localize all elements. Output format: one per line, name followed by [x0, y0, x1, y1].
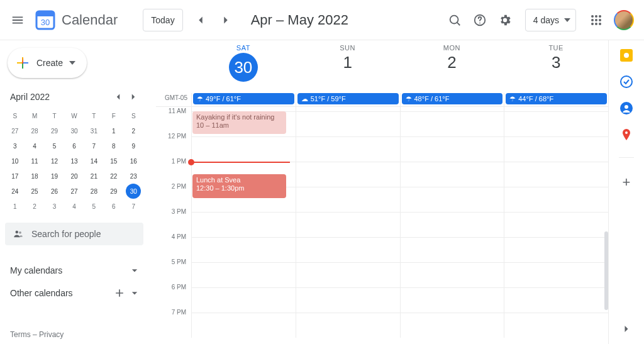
contacts-icon[interactable] — [620, 102, 633, 114]
mini-cal-day[interactable]: 11 — [25, 153, 44, 169]
scrollbar[interactable] — [604, 231, 608, 310]
help-icon[interactable] — [467, 8, 492, 33]
other-calendars-toggle[interactable]: Other calendars — [5, 282, 143, 304]
day-number[interactable]: 1 — [296, 53, 400, 72]
my-calendars-toggle[interactable]: My calendars — [5, 259, 143, 282]
time-slot[interactable] — [400, 288, 504, 313]
mini-cal-day[interactable]: 22 — [104, 169, 123, 184]
main-menu-icon[interactable] — [5, 8, 30, 33]
mini-next-button[interactable] — [126, 89, 141, 104]
mini-cal-day[interactable]: 4 — [25, 138, 44, 153]
mini-cal-day[interactable]: 5 — [45, 138, 64, 153]
mini-cal-day[interactable]: 7 — [124, 199, 143, 214]
time-slot[interactable] — [504, 137, 608, 162]
time-slot[interactable] — [400, 137, 504, 162]
weather-chip[interactable]: ☂44°F / 68°F — [506, 93, 607, 104]
weather-chip[interactable]: ☂48°F / 61°F — [402, 93, 503, 104]
add-on-button[interactable]: + — [623, 174, 631, 191]
mini-cal-day[interactable]: 30 — [64, 123, 84, 138]
mini-cal-day[interactable]: 15 — [104, 153, 123, 169]
mini-cal-day[interactable]: 26 — [45, 184, 64, 199]
time-slot[interactable] — [296, 137, 400, 162]
search-people-input[interactable]: Search for people — [5, 223, 143, 245]
account-avatar[interactable] — [614, 10, 634, 30]
mini-cal-day[interactable]: 20 — [64, 169, 84, 184]
time-slot[interactable] — [400, 162, 504, 187]
time-slot[interactable] — [296, 112, 400, 136]
mini-prev-button[interactable] — [111, 89, 126, 104]
mini-cal-day[interactable]: 9 — [124, 138, 143, 153]
mini-cal-day[interactable]: 8 — [104, 138, 123, 153]
mini-cal-day[interactable]: 27 — [64, 184, 84, 199]
next-period-button[interactable] — [213, 8, 238, 33]
view-selector[interactable]: 4 days — [525, 9, 576, 31]
mini-cal-day[interactable]: 10 — [5, 153, 25, 169]
time-slot[interactable] — [504, 213, 608, 237]
mini-cal-day[interactable]: 3 — [45, 199, 64, 214]
mini-cal-day[interactable]: 16 — [124, 153, 143, 169]
time-slot[interactable] — [400, 313, 504, 338]
mini-cal-day[interactable]: 12 — [45, 153, 64, 169]
mini-cal-day[interactable]: 28 — [84, 184, 104, 199]
time-slot[interactable] — [296, 107, 400, 111]
mini-cal-day[interactable]: 14 — [84, 153, 104, 169]
mini-cal-day[interactable]: 2 — [124, 123, 143, 138]
maps-icon[interactable] — [620, 128, 633, 141]
mini-cal-day[interactable]: 7 — [84, 138, 104, 153]
time-slot[interactable] — [191, 213, 296, 237]
mini-cal-day[interactable]: 23 — [124, 169, 143, 184]
mini-cal-day[interactable]: 2 — [25, 199, 44, 214]
collapse-panel-icon[interactable] — [620, 323, 633, 335]
add-calendar-icon[interactable] — [113, 287, 126, 299]
time-slot[interactable] — [296, 238, 400, 262]
time-slot[interactable] — [400, 263, 504, 287]
day-number[interactable]: 2 — [400, 53, 504, 72]
time-slot[interactable] — [504, 107, 608, 111]
time-slot[interactable] — [191, 313, 296, 338]
time-slot[interactable] — [504, 288, 608, 313]
time-slot[interactable] — [191, 107, 296, 111]
time-slot[interactable] — [191, 238, 296, 262]
mini-cal-day[interactable]: 17 — [5, 169, 25, 184]
mini-cal-day[interactable]: 6 — [104, 199, 123, 214]
mini-cal-day[interactable]: 4 — [64, 199, 84, 214]
settings-icon[interactable] — [492, 8, 518, 33]
mini-cal-day[interactable]: 25 — [25, 184, 44, 199]
google-apps-icon[interactable] — [584, 8, 609, 33]
day-number[interactable]: 3 — [504, 53, 608, 72]
mini-cal-day[interactable]: 21 — [84, 169, 104, 184]
weather-chip[interactable]: ☁51°F / 59°F — [297, 93, 399, 104]
mini-cal-day[interactable]: 1 — [104, 123, 123, 138]
time-slot[interactable] — [504, 162, 608, 187]
time-slot[interactable] — [504, 313, 608, 338]
time-slot[interactable] — [504, 238, 608, 262]
time-slot[interactable] — [400, 238, 504, 262]
mini-cal-day[interactable]: 5 — [84, 199, 104, 214]
mini-cal-day[interactable]: 24 — [5, 184, 25, 199]
mini-cal-day[interactable]: 13 — [64, 153, 84, 169]
mini-cal-day[interactable]: 18 — [25, 169, 44, 184]
time-slot[interactable] — [296, 162, 400, 187]
weather-chip[interactable]: ☂49°F / 61°F — [193, 93, 294, 104]
calendar-event[interactable]: Kayaking if it's not raining10 – 11am — [192, 111, 286, 134]
prev-period-button[interactable] — [188, 8, 213, 33]
mini-cal-day[interactable]: 27 — [5, 123, 25, 138]
time-slot[interactable] — [191, 137, 296, 162]
time-slot[interactable] — [504, 263, 608, 287]
time-slot[interactable] — [296, 263, 400, 287]
tasks-icon[interactable] — [620, 75, 633, 88]
mini-cal-day[interactable]: 31 — [84, 123, 104, 138]
today-button[interactable]: Today — [143, 9, 182, 31]
time-slot[interactable] — [504, 187, 608, 212]
terms-privacy-link[interactable]: Terms – Privacy — [5, 325, 143, 344]
create-button[interactable]: Create — [8, 48, 87, 78]
mini-cal-day[interactable]: 28 — [25, 123, 44, 138]
keep-icon[interactable] — [620, 49, 633, 62]
calendar-event[interactable]: Lunch at Svea12:30 – 1:30pm — [192, 174, 286, 198]
mini-cal-day[interactable]: 29 — [104, 184, 123, 199]
time-slot[interactable] — [191, 288, 296, 313]
time-slot[interactable] — [504, 112, 608, 136]
time-slot[interactable] — [400, 107, 504, 111]
mini-cal-day[interactable]: 30 — [126, 184, 141, 199]
time-slot[interactable] — [400, 112, 504, 136]
